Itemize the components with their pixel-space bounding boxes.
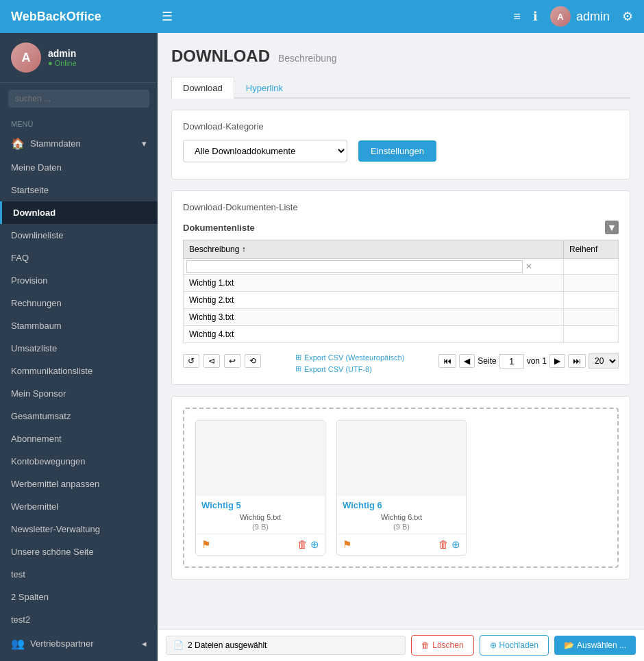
row-reihenfolge [564,326,619,343]
page-prev-button[interactable]: ◀ [459,354,475,368]
list-icon[interactable]: ≡ [513,10,521,24]
export-icon: ⊞ [295,353,301,362]
file-download-button-1[interactable]: ⊕ [310,538,319,551]
page-label: Seite [478,356,496,366]
file-delete-button-2[interactable]: 🗑 [438,538,449,550]
unsere-seite-label: Unsere schöne Seite [11,547,94,557]
sidebar-item-downlineliste[interactable]: Downlineliste [0,224,158,247]
file-drop-area[interactable]: Wichtig 5 Wichtig 5.txt (9 B) ⚑ 🗑 ⊕ [183,408,619,568]
page-number-input[interactable] [499,354,524,369]
sidebar-item-startseite[interactable]: Startseite [0,179,158,201]
table-row: Wichtig 2.txt [184,292,619,309]
sidebar-item-newsletter[interactable]: Newsletter-Verwaltung [0,518,158,540]
user-info: admin ● Online [48,48,77,67]
sidebar-item-stammdaten[interactable]: 🏠 Stammdaten ▾ [0,131,158,156]
row-reihenfolge [564,292,619,309]
sidebar-item-werbemittel-anpassen[interactable]: Werbemittel anpassen [0,473,158,495]
row-reihenfolge [564,275,619,292]
vertriebspartner-icon: 👥 [11,637,25,650]
sidebar-item-meine-daten[interactable]: Meine Daten [0,156,158,179]
sidebar-item-umsatzliste[interactable]: Umsatzliste [0,337,158,360]
tab-download[interactable]: Download [171,77,234,99]
2spalten-label: 2 Spalten [11,592,49,602]
downlineliste-label: Downlineliste [11,230,64,240]
refresh-button[interactable]: ↺ [183,354,199,368]
file-name-1: Wichtig 5.txt [196,512,325,523]
info-icon[interactable]: ℹ [533,9,538,24]
per-page-select[interactable]: 20 [589,353,619,369]
download-kategorie-title: Download-Kategorie [183,121,619,132]
file-title-1: Wichtig 5 [196,496,325,512]
gear-icon[interactable]: ⚙ [622,9,633,24]
file-icon: 📄 [173,640,184,650]
table-row: Wichtig 1.txt [184,275,619,292]
document-list-card: Download-Dokumenten-Liste Dokumentenlist… [171,190,630,385]
kategorie-dropdown[interactable]: Alle Downloaddokumente [183,140,347,162]
file-size-2: (9 B) [337,523,466,534]
table-row: Wichtig 3.txt [184,309,619,326]
undo-button[interactable]: ⟲ [245,354,261,368]
clear-filter-button[interactable]: ✕ [525,262,532,271]
file-size-1: (9 B) [196,523,325,534]
filter-row: ✕ [184,259,619,275]
admin-area[interactable]: A admin [550,6,610,27]
pagination-area: ⏮ ◀ Seite von 1 ▶ ⏭ 20 [438,353,619,369]
header-icons: ≡ ℹ A admin ⚙ [513,6,633,27]
sidebar-item-2spalten[interactable]: 2 Spalten [0,586,158,608]
export-csv-utf8-link[interactable]: ⊞ Export CSV (UTF-8) [295,364,405,373]
collapse-button[interactable]: ▼ [605,221,619,234]
sidebar-item-download[interactable]: Download [0,201,158,224]
sidebar-item-provision[interactable]: Provision [0,269,158,292]
files-selected-label: 📄 2 Dateien ausgewählt [166,636,406,655]
file-card-actions-2: ⚑ 🗑 ⊕ [337,534,466,555]
sidebar-item-kunden[interactable]: 👤 Kunden ◂ [0,656,158,661]
sidebar-item-gesamtumsatz[interactable]: Gesamtumsatz [0,405,158,427]
sidebar-item-stammbaum[interactable]: Stammbaum [0,314,158,337]
export-csv-west-link[interactable]: ⊞ Export CSV (Westeuropäisch) [295,353,405,362]
file-flag-button-1[interactable]: ⚑ [201,538,210,551]
sidebar-item-faq[interactable]: FAQ [0,247,158,269]
page-last-button[interactable]: ⏭ [568,354,586,368]
table-header: Beschreibung ↑ Reihenf [184,240,619,259]
back-button[interactable]: ↩ [224,354,240,368]
sidebar-item-kommunikationsliste[interactable]: Kommunikationsliste [0,360,158,382]
page-first-button[interactable]: ⏮ [438,354,456,368]
app-header: WebBackOffice ☰ ≡ ℹ A admin ⚙ [0,0,644,33]
werbemittel-label: Werbemittel [11,501,58,512]
einstellungen-button[interactable]: Einstellungen [358,140,436,162]
select-button[interactable]: 📂 Auswählen ... [554,636,636,655]
download-kategorie-card: Download-Kategorie Alle Downloaddokument… [171,110,630,179]
bottom-bar: 📄 2 Dateien ausgewählt 🗑 Löschen ⊕ Hochl… [158,629,644,661]
upload-button[interactable]: ⊕ Hochladen [480,635,549,656]
file-title-2: Wichtig 6 [337,496,466,512]
sidebar-item-abonnement[interactable]: Abonnement [0,427,158,450]
file-download-button-2[interactable]: ⊕ [451,538,460,551]
home-icon: 🏠 [11,137,25,150]
sidebar-item-vertriebspartner[interactable]: 👥 Vertriebspartner ◂ [0,631,158,656]
sidebar-item-kontobewegungen[interactable]: Kontobewegungen [0,450,158,473]
page-next-button[interactable]: ▶ [549,354,565,368]
sidebar-item-test2[interactable]: test2 [0,608,158,631]
faq-label: FAQ [11,253,29,263]
document-table: Beschreibung ↑ Reihenf ✕ Wichtig 1.tx [183,240,619,343]
sidebar-item-werbemittel[interactable]: Werbemittel [0,495,158,518]
sidebar-item-rechnungen[interactable]: Rechnungen [0,292,158,314]
col-reihenfolge: Reihenf [564,240,619,259]
user-name: admin [48,48,77,59]
admin-label: admin [576,10,610,24]
beschreibung-filter-input[interactable] [186,260,523,273]
search-input[interactable] [8,90,149,108]
main-layout: A admin ● Online Menü 🏠 Stammdaten ▾ Mei… [0,33,644,661]
file-delete-button-1[interactable]: 🗑 [297,538,308,550]
menu-toggle-icon[interactable]: ☰ [162,9,173,24]
werbemittel-anpassen-label: Werbemittel anpassen [11,479,99,489]
document-list-title: Download-Dokumenten-Liste [183,202,619,212]
sidebar-item-unsere-seite[interactable]: Unsere schöne Seite [0,540,158,563]
tab-hyperlink[interactable]: Hyperlink [234,77,295,99]
sidebar-item-mein-sponsor[interactable]: Mein Sponsor [0,382,158,405]
user-avatar: A [11,42,41,73]
file-flag-button-2[interactable]: ⚑ [343,538,351,551]
sidebar-item-test[interactable]: test [0,563,158,586]
first-button[interactable]: ⊲ [203,354,220,368]
delete-button[interactable]: 🗑 Löschen [411,635,473,656]
